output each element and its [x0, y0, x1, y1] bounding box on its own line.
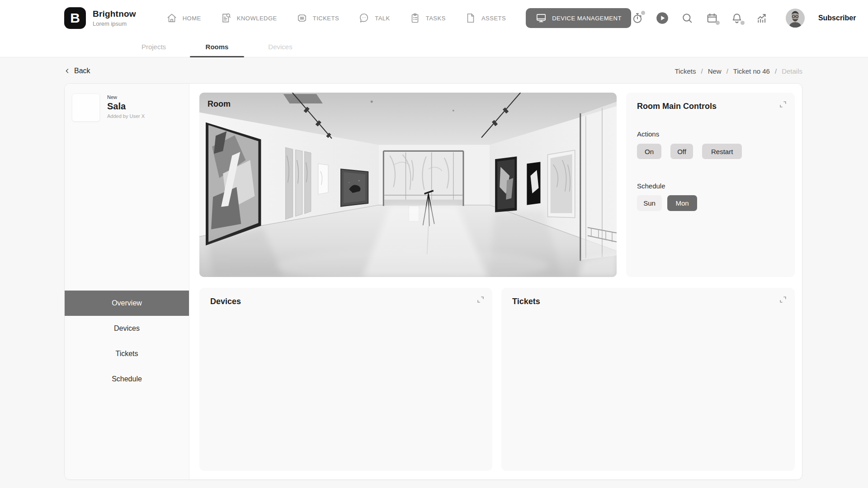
- breadcrumb-separator: /: [775, 67, 777, 75]
- user-role[interactable]: Subscriber: [818, 14, 856, 22]
- page-body: Back Tickets / New / Ticket no 46 / Deta…: [0, 63, 868, 480]
- expand-icon[interactable]: [779, 296, 787, 304]
- breadcrumb-tickets[interactable]: Tickets: [675, 67, 696, 75]
- notifications-badge: [741, 21, 745, 25]
- tasks-icon: [409, 12, 421, 24]
- tab-rooms[interactable]: Rooms: [185, 36, 249, 57]
- tickets-panel: Tickets: [501, 288, 795, 471]
- tab-devices[interactable]: Devices: [249, 36, 312, 57]
- nav-label: HOME: [183, 15, 201, 22]
- actions-label: Actions: [637, 130, 784, 138]
- nav-label: TALK: [375, 15, 390, 22]
- nav-item-home[interactable]: HOME: [166, 12, 201, 24]
- analytics-icon[interactable]: [755, 12, 768, 24]
- room-badge: New: [107, 94, 145, 100]
- nav-label: TASKS: [426, 15, 446, 22]
- sun-button[interactable]: Sun: [637, 195, 662, 211]
- off-button[interactable]: Off: [670, 144, 693, 159]
- main-nav: HOME KNOWLEDGE TICKETS TALK TASKS: [166, 8, 631, 28]
- on-button[interactable]: On: [637, 144, 661, 159]
- nav-label: ASSETS: [481, 15, 506, 22]
- room-added-by: Added by User X: [107, 113, 145, 119]
- breadcrumb-separator: /: [701, 67, 703, 75]
- sidebar-item-overview[interactable]: Overview: [65, 291, 189, 316]
- nav-item-tickets[interactable]: TICKETS: [296, 12, 339, 24]
- nav-label: DEVICE MANAGEMENT: [552, 15, 622, 22]
- back-button[interactable]: Back: [64, 67, 90, 75]
- tickets-title: Tickets: [512, 297, 784, 306]
- timer-icon[interactable]: [631, 12, 644, 24]
- restart-button[interactable]: Restart: [702, 144, 742, 159]
- talk-icon: [358, 12, 370, 24]
- main-content: Room: [189, 84, 802, 479]
- sidebar-item-schedule[interactable]: Schedule: [65, 366, 189, 392]
- schedule-label: Schedule: [637, 182, 784, 190]
- nav-label: KNOWLEDGE: [237, 15, 277, 22]
- sidebar-item-tickets[interactable]: Tickets: [65, 341, 189, 366]
- nav-item-talk[interactable]: TALK: [358, 12, 390, 24]
- room-main-controls-panel: Room Main Controls Actions On Off Restar…: [626, 93, 795, 277]
- breadcrumb-separator: /: [726, 67, 728, 75]
- devices-panel: Devices: [199, 288, 492, 471]
- top-bar: B Brightnow Lorem ipsum HOME KNOWLEDGE T…: [0, 0, 868, 36]
- timer-badge: [641, 11, 645, 15]
- mon-button[interactable]: Mon: [667, 195, 697, 211]
- schedule-buttons: Sun Mon: [637, 195, 784, 211]
- devices-title: Devices: [210, 297, 481, 306]
- workspace-card: New Sala Added by User X Overview Device…: [64, 83, 802, 480]
- calendar-icon[interactable]: [706, 12, 718, 24]
- breadcrumb-details: Details: [782, 67, 802, 75]
- nav-item-tasks[interactable]: TASKS: [409, 12, 446, 24]
- calendar-badge: [716, 21, 720, 25]
- expand-icon[interactable]: [476, 296, 485, 304]
- brand-logo: B: [64, 7, 86, 29]
- tickets-icon: [296, 12, 308, 24]
- room-panel: Room: [199, 93, 617, 277]
- controls-title: Room Main Controls: [637, 102, 784, 111]
- back-label: Back: [74, 67, 90, 75]
- actions-buttons: On Off Restart: [637, 144, 784, 159]
- assets-icon: [465, 12, 476, 24]
- room-sidebar: New Sala Added by User X Overview Device…: [65, 84, 189, 479]
- brand-tagline: Lorem ipsum: [93, 20, 136, 27]
- brand[interactable]: B Brightnow Lorem ipsum: [64, 7, 136, 29]
- breadcrumb-ticket-no[interactable]: Ticket no 46: [733, 67, 770, 75]
- nav-label: TICKETS: [313, 15, 339, 22]
- tab-projects[interactable]: Projects: [122, 36, 185, 57]
- gallery-room-image: [199, 93, 617, 277]
- chevron-left-icon: [64, 68, 71, 74]
- section-tabs: Projects Rooms Devices: [0, 36, 868, 57]
- knowledge-icon: [220, 12, 232, 24]
- nav-item-device-management[interactable]: DEVICE MANAGEMENT: [526, 8, 631, 28]
- expand-icon[interactable]: [779, 100, 787, 108]
- home-icon: [166, 12, 178, 24]
- crumb-row: Back Tickets / New / Ticket no 46 / Deta…: [64, 63, 802, 79]
- room-name: Sala: [107, 101, 145, 112]
- avatar[interactable]: [786, 9, 805, 28]
- play-icon[interactable]: [656, 12, 669, 24]
- header-actions: Subscriber: [631, 9, 868, 28]
- brand-name: Brightnow: [93, 9, 136, 19]
- room-header: New Sala Added by User X: [65, 84, 189, 122]
- room-thumbnail: [72, 94, 100, 122]
- notifications-icon[interactable]: [731, 12, 743, 24]
- brand-logo-letter: B: [70, 10, 80, 26]
- room-panel-title: Room: [208, 99, 231, 109]
- nav-item-assets[interactable]: ASSETS: [465, 12, 506, 24]
- search-icon[interactable]: [681, 12, 693, 24]
- device-management-icon: [535, 12, 547, 24]
- breadcrumb: Tickets / New / Ticket no 46 / Details: [675, 67, 803, 75]
- sidebar-nav: Overview Devices Tickets Schedule: [65, 291, 189, 392]
- nav-item-knowledge[interactable]: KNOWLEDGE: [220, 12, 277, 24]
- sidebar-item-devices[interactable]: Devices: [65, 316, 189, 341]
- breadcrumb-new[interactable]: New: [708, 67, 722, 75]
